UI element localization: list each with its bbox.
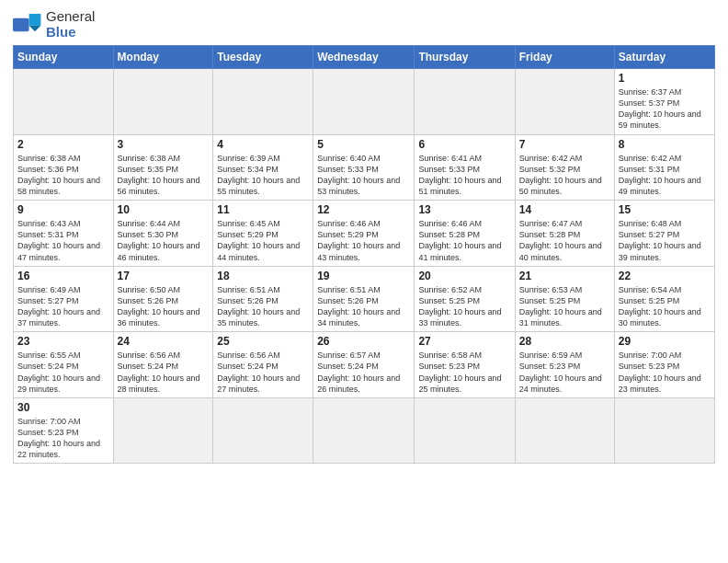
calendar-cell: 17Sunrise: 6:50 AMSunset: 5:26 PMDayligh… [113,266,213,332]
calendar-cell [313,69,415,135]
day-info: Sunrise: 6:58 AMSunset: 5:23 PMDaylight:… [418,350,510,395]
day-number: 8 [619,138,711,151]
day-info: Sunrise: 6:47 AMSunset: 5:28 PMDaylight:… [519,218,610,263]
day-number: 15 [619,203,711,216]
day-info: Sunrise: 6:48 AMSunset: 5:27 PMDaylight:… [619,218,711,263]
day-info: Sunrise: 6:59 AMSunset: 5:23 PMDaylight:… [519,350,610,395]
day-number: 24 [118,335,210,348]
calendar-week-1: 2Sunrise: 6:38 AMSunset: 5:36 PMDaylight… [14,134,715,201]
day-info: Sunrise: 6:45 AMSunset: 5:29 PMDaylight:… [217,218,309,263]
day-number: 3 [118,138,210,151]
calendar: SundayMondayTuesdayWednesdayThursdayFrid… [13,45,715,464]
calendar-cell: 19Sunrise: 6:51 AMSunset: 5:26 PMDayligh… [313,266,415,332]
logo: General Blue [13,9,95,40]
calendar-cell: 10Sunrise: 6:44 AMSunset: 5:30 PMDayligh… [113,201,213,267]
day-number: 18 [217,270,309,282]
day-info: Sunrise: 6:54 AMSunset: 5:25 PMDaylight:… [619,284,711,329]
calendar-week-3: 16Sunrise: 6:49 AMSunset: 5:27 PMDayligh… [14,266,715,332]
day-info: Sunrise: 6:52 AMSunset: 5:25 PMDaylight:… [418,284,510,329]
weekday-header-thursday: Thursday [415,46,515,69]
day-number: 30 [17,401,109,414]
day-number: 11 [217,203,309,216]
day-info: Sunrise: 6:51 AMSunset: 5:26 PMDaylight:… [317,284,410,329]
day-number: 29 [619,335,711,348]
day-info: Sunrise: 6:41 AMSunset: 5:33 PMDaylight:… [418,153,510,198]
day-number: 7 [519,138,610,151]
weekday-header-saturday: Saturday [614,46,714,69]
day-number: 2 [17,138,109,151]
calendar-cell: 16Sunrise: 6:49 AMSunset: 5:27 PMDayligh… [14,266,114,332]
calendar-cell: 23Sunrise: 6:55 AMSunset: 5:24 PMDayligh… [14,332,114,398]
day-info: Sunrise: 6:37 AMSunset: 5:37 PMDaylight:… [619,86,711,132]
day-number: 22 [619,270,711,282]
day-number: 17 [118,270,210,282]
calendar-cell: 27Sunrise: 6:58 AMSunset: 5:23 PMDayligh… [415,332,515,398]
calendar-cell: 7Sunrise: 6:42 AMSunset: 5:32 PMDaylight… [515,134,614,201]
day-info: Sunrise: 6:56 AMSunset: 5:24 PMDaylight:… [118,350,210,395]
calendar-cell [614,397,714,464]
calendar-cell [113,397,213,464]
calendar-week-2: 9Sunrise: 6:43 AMSunset: 5:31 PMDaylight… [14,201,715,267]
calendar-week-0: 1Sunrise: 6:37 AMSunset: 5:37 PMDaylight… [14,69,715,135]
svg-marker-1 [29,14,41,26]
calendar-cell: 18Sunrise: 6:51 AMSunset: 5:26 PMDayligh… [213,266,313,332]
day-info: Sunrise: 7:00 AMSunset: 5:23 PMDaylight:… [619,350,711,395]
day-info: Sunrise: 6:50 AMSunset: 5:26 PMDaylight:… [118,284,210,329]
calendar-cell: 12Sunrise: 6:46 AMSunset: 5:29 PMDayligh… [313,201,415,267]
day-number: 9 [17,203,109,216]
calendar-cell: 25Sunrise: 6:56 AMSunset: 5:24 PMDayligh… [213,332,313,398]
day-number: 12 [317,203,410,216]
day-info: Sunrise: 6:57 AMSunset: 5:24 PMDaylight:… [317,350,410,395]
svg-rect-0 [13,17,29,30]
calendar-cell: 21Sunrise: 6:53 AMSunset: 5:25 PMDayligh… [515,266,614,332]
calendar-cell: 20Sunrise: 6:52 AMSunset: 5:25 PMDayligh… [415,266,515,332]
day-info: Sunrise: 6:55 AMSunset: 5:24 PMDaylight:… [17,350,109,395]
day-info: Sunrise: 6:53 AMSunset: 5:25 PMDaylight:… [519,284,610,329]
calendar-cell [415,397,515,464]
day-number: 10 [118,203,210,216]
day-info: Sunrise: 6:38 AMSunset: 5:36 PMDaylight:… [17,153,109,198]
calendar-cell: 3Sunrise: 6:38 AMSunset: 5:35 PMDaylight… [113,134,213,201]
calendar-cell: 2Sunrise: 6:38 AMSunset: 5:36 PMDaylight… [14,134,114,201]
day-number: 14 [519,203,610,216]
calendar-cell [213,397,313,464]
day-number: 1 [619,72,711,85]
calendar-cell: 22Sunrise: 6:54 AMSunset: 5:25 PMDayligh… [614,266,714,332]
day-number: 23 [17,335,109,348]
page: General Blue SundayMondayTuesdayWednesda… [0,0,728,563]
calendar-week-4: 23Sunrise: 6:55 AMSunset: 5:24 PMDayligh… [14,332,715,398]
calendar-cell: 24Sunrise: 6:56 AMSunset: 5:24 PMDayligh… [113,332,213,398]
day-number: 26 [317,335,410,348]
day-info: Sunrise: 7:00 AMSunset: 5:23 PMDaylight:… [17,416,109,461]
calendar-cell: 6Sunrise: 6:41 AMSunset: 5:33 PMDaylight… [415,134,515,201]
day-number: 5 [317,138,410,151]
day-number: 20 [418,270,510,282]
day-info: Sunrise: 6:42 AMSunset: 5:32 PMDaylight:… [519,153,610,198]
day-info: Sunrise: 6:46 AMSunset: 5:28 PMDaylight:… [418,218,510,263]
day-info: Sunrise: 6:39 AMSunset: 5:34 PMDaylight:… [217,153,309,198]
calendar-cell: 14Sunrise: 6:47 AMSunset: 5:28 PMDayligh… [515,201,614,267]
calendar-cell: 15Sunrise: 6:48 AMSunset: 5:27 PMDayligh… [614,201,714,267]
day-info: Sunrise: 6:46 AMSunset: 5:29 PMDaylight:… [317,218,410,263]
day-number: 19 [317,270,410,282]
header: General Blue [13,9,715,40]
day-info: Sunrise: 6:42 AMSunset: 5:31 PMDaylight:… [619,153,711,198]
day-info: Sunrise: 6:44 AMSunset: 5:30 PMDaylight:… [118,218,210,263]
day-number: 25 [217,335,309,348]
calendar-header-row: SundayMondayTuesdayWednesdayThursdayFrid… [14,46,715,69]
calendar-cell [313,397,415,464]
calendar-week-5: 30Sunrise: 7:00 AMSunset: 5:23 PMDayligh… [14,397,715,464]
day-info: Sunrise: 6:38 AMSunset: 5:35 PMDaylight:… [118,153,210,198]
calendar-cell: 26Sunrise: 6:57 AMSunset: 5:24 PMDayligh… [313,332,415,398]
weekday-header-friday: Friday [515,46,614,69]
weekday-header-tuesday: Tuesday [213,46,313,69]
generalblue-logo-icon [13,12,42,38]
calendar-cell: 9Sunrise: 6:43 AMSunset: 5:31 PMDaylight… [14,201,114,267]
weekday-header-monday: Monday [113,46,213,69]
calendar-cell: 29Sunrise: 7:00 AMSunset: 5:23 PMDayligh… [614,332,714,398]
weekday-header-wednesday: Wednesday [313,46,415,69]
day-info: Sunrise: 6:40 AMSunset: 5:33 PMDaylight:… [317,153,410,198]
svg-marker-2 [29,25,41,30]
calendar-cell: 11Sunrise: 6:45 AMSunset: 5:29 PMDayligh… [213,201,313,267]
calendar-cell: 13Sunrise: 6:46 AMSunset: 5:28 PMDayligh… [415,201,515,267]
